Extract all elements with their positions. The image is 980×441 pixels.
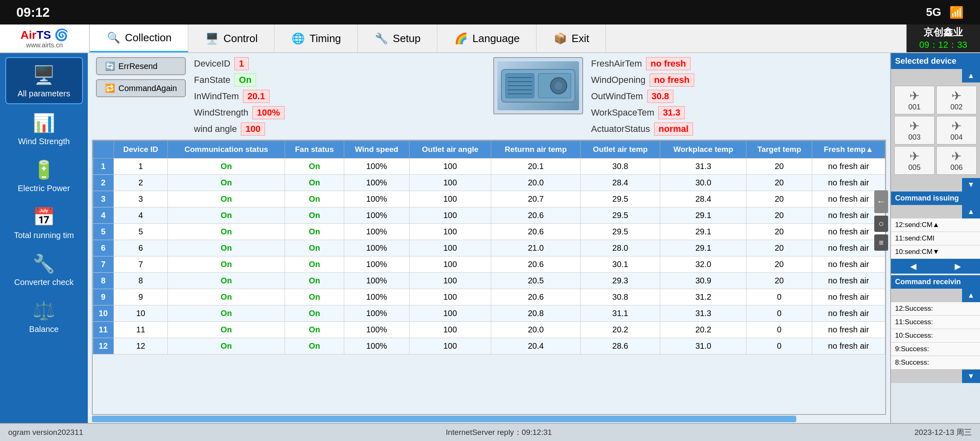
selected-device-scroll-up[interactable]: ▲	[962, 69, 980, 82]
nav-control[interactable]: 🖥️ Control	[188, 24, 274, 52]
table-cell: 100%	[344, 191, 409, 207]
nav-collection[interactable]: 🔍 Collection	[90, 24, 188, 52]
table-cell: 20	[746, 175, 812, 191]
table-row[interactable]: 1111OnOn100%10020.020.220.20no fresh air	[93, 322, 885, 338]
nav-setup[interactable]: 🔧 Setup	[358, 24, 437, 52]
sidebar-item-wind-strength[interactable]: 📊 Wind Strength	[5, 106, 83, 151]
table-row[interactable]: 11OnOn100%10020.130.831.320no fresh air	[93, 158, 885, 175]
side-nav-circle[interactable]: ○	[874, 216, 888, 232]
device-002-icon: ✈	[951, 89, 962, 103]
table-cell: 20	[746, 158, 812, 175]
table-cell: On	[168, 305, 285, 322]
sidebar-label-all-parameters: All parameters	[18, 89, 70, 98]
cmd-scroll-left[interactable]: ◀	[891, 259, 935, 274]
control-icon: 🖥️	[205, 31, 219, 46]
table-cell: no fresh air	[812, 322, 885, 338]
side-nav: ← ○ ≡	[874, 190, 888, 251]
table-row[interactable]: 22OnOn100%10020.028.430.020no fresh air	[93, 175, 885, 191]
table-cell: 5	[114, 224, 168, 240]
table-cell: 20	[746, 224, 812, 240]
table-cell: 20	[746, 256, 812, 273]
col-outlet-temp: Outlet air temp	[580, 141, 660, 158]
table-row[interactable]: 99OnOn100%10020.630.831.20no fresh air	[93, 289, 885, 305]
receive-item-10: 10:Success:	[891, 329, 980, 343]
command-receiving-scroll-down[interactable]: ▼	[962, 370, 980, 383]
horizontal-scrollbar[interactable]	[92, 416, 796, 422]
nav-collection-label: Collection	[125, 31, 172, 44]
table-row[interactable]: 55OnOn100%10020.629.529.120no fresh air	[93, 224, 885, 240]
table-row[interactable]: 1212OnOn100%10020.428.631.00no fresh air	[93, 338, 885, 354]
device-006-icon: ✈	[951, 149, 962, 163]
wind-angle-value: 100	[241, 122, 265, 136]
device-cell-002[interactable]: ✈ 002	[936, 86, 977, 114]
command-item-11: 11:send:CMI	[891, 232, 980, 245]
command-issuing-scroll-up[interactable]: ▲	[962, 205, 980, 218]
sidebar-item-total-running-time[interactable]: 📅 Total running tim	[5, 200, 83, 245]
side-nav-back[interactable]: ←	[874, 190, 888, 213]
err-resend-button[interactable]: 🔄 ErrResend	[96, 57, 186, 75]
table-row[interactable]: 1010OnOn100%10020.831.131.30no fresh air	[93, 305, 885, 322]
device-cell-001[interactable]: ✈ 001	[894, 86, 935, 114]
table-row[interactable]: 44OnOn100%10020.629.529.120no fresh air	[93, 207, 885, 224]
table-cell: 20.2	[660, 322, 746, 338]
table-cell: 8	[93, 273, 114, 289]
table-cell: 28.6	[580, 338, 660, 354]
device-cell-003[interactable]: ✈ 003	[894, 116, 935, 145]
nav-language[interactable]: 🌈 Language	[437, 24, 537, 52]
sidebar-item-balance[interactable]: ⚖️ Balance	[5, 294, 83, 339]
table-row[interactable]: 66OnOn100%10021.028.029.120no fresh air	[93, 240, 885, 256]
electric-power-icon: 🔋	[30, 158, 58, 182]
table-row[interactable]: 33OnOn100%10020.729.528.420no fresh air	[93, 191, 885, 207]
table-cell: On	[285, 256, 344, 273]
command-again-button[interactable]: 🔁 CommandAgain	[96, 79, 186, 97]
table-cell: On	[168, 175, 285, 191]
sidebar-label-balance: Balance	[29, 325, 58, 334]
fresh-air-tem-value: no fresh	[646, 57, 690, 70]
table-cell: 28.0	[580, 240, 660, 256]
table-cell: 100%	[344, 322, 409, 338]
table-row[interactable]: 77OnOn100%10020.630.132.020no fresh air	[93, 256, 885, 273]
table-cell: no fresh air	[812, 256, 885, 273]
table-cell: On	[168, 256, 285, 273]
data-table-container[interactable]: Device ID Communication status Fan statu…	[92, 140, 886, 415]
table-cell: 100	[409, 191, 491, 207]
table-cell: 100%	[344, 305, 409, 322]
table-cell: 1	[114, 158, 168, 175]
out-wind-tem-label: OutWindTem	[591, 91, 643, 102]
nav-exit[interactable]: 📦 Exit	[537, 24, 606, 52]
table-cell: 30.0	[660, 175, 746, 191]
device-id-value: 1	[234, 57, 248, 70]
table-cell: 28.4	[580, 175, 660, 191]
converter-check-icon: 🔧	[30, 252, 58, 276]
table-header: Device ID Communication status Fan statu…	[93, 141, 885, 158]
device-cell-004[interactable]: ✈ 004	[936, 116, 977, 145]
table-cell: 20	[746, 240, 812, 256]
sidebar-item-electric-power[interactable]: 🔋 Electric Power	[5, 153, 83, 198]
table-cell: On	[285, 224, 344, 240]
command-receiving-scroll-up[interactable]: ▲	[962, 289, 980, 302]
selected-device-scroll-down[interactable]: ▼	[962, 178, 980, 192]
table-cell: 100	[409, 207, 491, 224]
nav-timing[interactable]: 🌐 Timing	[274, 24, 358, 52]
exit-icon: 📦	[553, 31, 568, 46]
command-item-10: 10:send:CM▼	[891, 245, 980, 259]
device-grid: ✈ 001 ✈ 002 ✈ 003 ✈ 004 ✈ 005	[891, 82, 980, 178]
right-info: FreshAirTem no fresh WindOpening no fres…	[591, 57, 882, 136]
device-cell-006[interactable]: ✈ 006	[936, 146, 977, 175]
sidebar-item-all-parameters[interactable]: 🖥️ All parameters	[5, 57, 83, 104]
col-fresh-temp: Fresh temp▲	[812, 141, 885, 158]
table-cell: On	[168, 207, 285, 224]
sidebar-item-converter-check[interactable]: 🔧 Converter check	[5, 247, 83, 292]
info-row: 🔄 ErrResend 🔁 CommandAgain DeviceID 1	[88, 53, 890, 140]
device-cell-005[interactable]: ✈ 005	[894, 146, 935, 175]
table-cell: 29.5	[580, 224, 660, 240]
table-cell: 7	[114, 256, 168, 273]
device-001-num: 001	[908, 103, 920, 111]
cmd-scroll-right[interactable]: ▶	[935, 259, 980, 274]
side-nav-menu[interactable]: ≡	[874, 234, 888, 251]
wind-strength-label: WindStrength	[194, 107, 248, 118]
date-label: 2023-12-13 周三	[915, 427, 972, 438]
sidebar-label-total-running: Total running tim	[14, 231, 74, 240]
table-row[interactable]: 88OnOn100%10020.529.330.920no fresh air	[93, 273, 885, 289]
table-cell: 5	[93, 224, 114, 240]
